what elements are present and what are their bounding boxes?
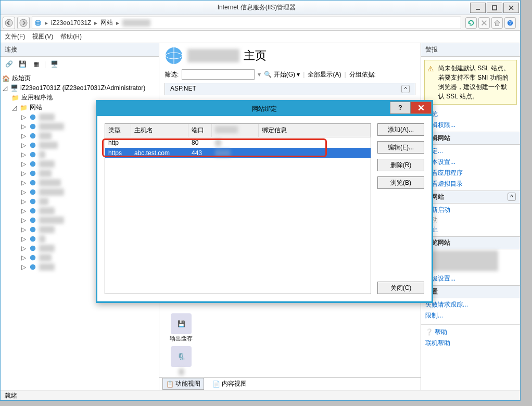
cell-ip: xxxxx: [215, 149, 262, 157]
maximize-button[interactable]: [487, 3, 502, 13]
bindings-header: 类型 主机名 端口 xxxx 绑定信息: [105, 124, 371, 137]
dialog-close-button[interactable]: [411, 102, 432, 114]
action-edit-perm[interactable]: 编辑权限...: [425, 120, 516, 131]
bindings-list[interactable]: 类型 主机名 端口 xxxx 绑定信息 http 80 xx https abc…: [105, 123, 371, 294]
collapse-icon[interactable]: ^: [508, 193, 516, 201]
col-info[interactable]: 绑定信息: [259, 124, 371, 137]
filter-label: 筛选:: [164, 70, 179, 79]
alert-text: 尚未创建默认 SSL 站点。若要支持不带 SNI 功能的浏览器，建议创建一个默认…: [438, 65, 510, 100]
add-binding-button[interactable]: 添加(A)...: [377, 123, 424, 136]
refresh-icon[interactable]: [465, 17, 477, 29]
section-manage: 管网站^: [421, 191, 520, 204]
svg-point-5: [20, 19, 27, 27]
titlebar: Internet 信息服务(IIS)管理器: [1, 1, 520, 15]
tree-apppool-label: 应用程序池: [21, 93, 53, 102]
cell-host: abc.test.com: [134, 149, 192, 157]
addr-site[interactable]: 网站: [100, 18, 113, 27]
section-browse-site: 浏览网站: [421, 236, 520, 249]
home-icon[interactable]: [491, 17, 503, 29]
action-limit[interactable]: 限制...: [425, 310, 516, 321]
warning-icon: ⚠: [427, 64, 434, 74]
action-bindings[interactable]: 绑定...: [425, 146, 516, 157]
svg-point-17: [30, 152, 36, 158]
status-text: 就绪: [5, 392, 17, 399]
connections-toolbar: 🔗 💾 ▦ | 🖥️: [1, 57, 159, 71]
action-view-apps[interactable]: 查看应用程序: [425, 168, 516, 179]
action-help[interactable]: ❔ 帮助: [425, 327, 516, 338]
action-basic[interactable]: 基本设置...: [425, 157, 516, 168]
col-type[interactable]: 类型: [105, 124, 131, 137]
browse-binding-button[interactable]: 浏览(B): [377, 176, 424, 189]
filter-showall[interactable]: 全部显示(A): [308, 70, 341, 79]
delete-binding-button[interactable]: 删除(R): [377, 159, 424, 171]
action-restart[interactable]: 重新启动: [425, 205, 516, 215]
menu-view[interactable]: 视图(V): [32, 32, 53, 41]
filter-input[interactable]: [182, 69, 255, 80]
binding-row-selected[interactable]: https abc.test.com 443 xxxxx: [105, 148, 371, 158]
cell-host: [134, 139, 192, 146]
tab-features[interactable]: 📋 功能视图: [162, 378, 204, 390]
addr-sep-icon: ▸: [116, 19, 119, 27]
svg-point-25: [30, 227, 36, 233]
dialog-buttons: 添加(A)... 编辑(E)... 删除(R) 浏览(B) 关闭(C): [377, 123, 424, 294]
filter-start[interactable]: 🔍 开始(G) ▾: [264, 70, 300, 79]
col-ip[interactable]: xxxx: [212, 124, 259, 137]
col-host[interactable]: 主机名: [131, 124, 188, 137]
back-button[interactable]: [3, 17, 15, 29]
action-advanced[interactable]: 高级设置...: [425, 273, 516, 284]
server-add-icon[interactable]: 🖥️: [49, 59, 59, 69]
tree-root[interactable]: 🏠起始页: [2, 73, 158, 83]
filter-row: 筛选: ▾ 🔍 开始(G) ▾ | 全部显示(A) | 分组依据:: [159, 68, 421, 83]
site-bindings-dialog: 网站绑定 ? 类型 主机名 端口 xxxx 绑定信息 http 80 xx ht…: [96, 100, 433, 303]
svg-point-14: [30, 124, 36, 130]
svg-point-26: [30, 236, 36, 242]
page-title: 主页: [244, 48, 267, 64]
save-icon[interactable]: 💾: [17, 59, 28, 69]
site-home-icon: [164, 46, 183, 65]
feature-output-cache[interactable]: 💾输出缓存: [164, 313, 198, 342]
svg-point-28: [30, 255, 36, 261]
svg-point-21: [30, 189, 36, 195]
menu-help[interactable]: 帮助(H): [60, 32, 82, 41]
view-tabs: 📋 功能视图 📄 内容视图: [159, 377, 421, 390]
connections-head: 连接: [1, 43, 159, 57]
section-edit-site: 编辑网站: [421, 132, 520, 145]
alerts-head: 警报: [421, 43, 520, 57]
help-dropdown-icon[interactable]: ?: [504, 17, 516, 29]
svg-point-15: [30, 133, 36, 139]
action-online-help[interactable]: 联机帮助: [425, 338, 516, 349]
action-failtrace[interactable]: 失败请求跟踪...: [425, 299, 516, 310]
svg-point-29: [30, 264, 36, 270]
col-port[interactable]: 端口: [188, 124, 212, 137]
menu-file[interactable]: 文件(F): [5, 32, 25, 41]
close-button[interactable]: [503, 3, 519, 13]
cell-type: http: [108, 139, 134, 146]
svg-point-24: [30, 218, 36, 223]
feature-compress[interactable]: 🗜️xx: [164, 346, 198, 375]
group-aspnet[interactable]: ASP.NET^: [164, 83, 415, 95]
filter-groupby[interactable]: 分组依据:: [349, 70, 376, 79]
action-stop[interactable]: 停止: [425, 224, 516, 235]
edit-binding-button[interactable]: 编辑(E)...: [377, 141, 424, 154]
binding-row[interactable]: http 80 xx: [105, 137, 371, 148]
address-bar[interactable]: ▸ iZ23eo17031Z ▸ 网站 ▸ xxxxxxxxx: [32, 17, 461, 29]
cell-info: [262, 139, 368, 146]
tree-server-label: iZ23eo17031Z (iZ23eo17031Z\Administrator…: [20, 84, 145, 92]
collapse-icon[interactable]: ^: [401, 85, 410, 93]
forward-button[interactable]: [17, 17, 30, 29]
minimize-button[interactable]: [470, 3, 486, 13]
action-view-vdirs[interactable]: 查看虚拟目录: [425, 179, 516, 189]
dialog-help-button[interactable]: ?: [390, 102, 411, 114]
svg-point-16: [30, 143, 36, 148]
cell-type: https: [108, 149, 134, 157]
addr-host[interactable]: iZ23eo17031Z: [51, 19, 91, 27]
stop-icon[interactable]: [478, 17, 490, 29]
dialog-titlebar: 网站绑定 ?: [97, 102, 432, 116]
action-browse[interactable]: 浏览: [425, 109, 516, 120]
close-dialog-button[interactable]: 关闭(C): [377, 282, 424, 294]
tab-content[interactable]: 📄 内容视图: [209, 378, 250, 389]
grid-icon[interactable]: ▦: [31, 59, 41, 69]
connect-icon[interactable]: 🔗: [4, 59, 14, 69]
tree-server[interactable]: ◿🖥️iZ23eo17031Z (iZ23eo17031Z\Administra…: [2, 83, 158, 93]
svg-point-23: [30, 208, 36, 214]
